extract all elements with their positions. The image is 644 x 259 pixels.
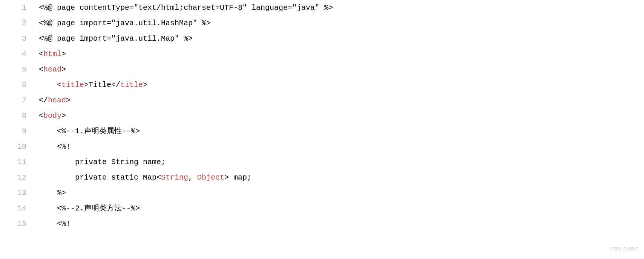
code-token: <%--1.声明类属性--%>: [39, 123, 140, 139]
line-number: 11: [0, 154, 26, 170]
code-token: >Title</: [84, 77, 120, 93]
code-token: <: [39, 62, 43, 77]
line-number: 15: [0, 216, 26, 232]
code-token: <: [39, 77, 61, 93]
code-line: </head>: [39, 93, 644, 108]
code-token: > map;: [224, 170, 251, 185]
code-token: <: [39, 108, 43, 123]
code-token: <%@ page import="java.util.HashMap" %>: [39, 15, 211, 31]
code-line: <head>: [39, 62, 644, 77]
line-number: 7: [0, 93, 26, 108]
code-token: </: [39, 93, 48, 108]
code-token: <%!: [39, 216, 71, 232]
code-line: <%--1.声明类属性--%>: [39, 123, 644, 139]
code-line: <%--2.声明类方法--%>: [39, 201, 644, 216]
code-token: >: [143, 77, 147, 93]
code-token: >: [61, 46, 66, 62]
line-number: 5: [0, 62, 26, 77]
line-number: 6: [0, 77, 26, 93]
code-token: >: [61, 62, 66, 77]
code-token: ,: [188, 170, 197, 185]
code-line: <%@ page import="java.util.Map" %>: [39, 31, 644, 46]
code-line: <%@ page import="java.util.HashMap" %>: [39, 15, 644, 31]
code-line: <html>: [39, 46, 644, 62]
code-token: <%@ page import="java.util.Map" %>: [39, 31, 193, 46]
code-area: <%@ page contentType="text/html;charset=…: [31, 0, 644, 232]
code-line: <%!: [39, 139, 644, 154]
code-token: <%--2.声明类方法--%>: [39, 201, 140, 216]
code-token: String: [161, 170, 188, 185]
code-token: <%!: [39, 139, 71, 154]
line-number: 4: [0, 46, 26, 62]
code-token: body: [43, 108, 61, 123]
line-number: 1: [0, 0, 26, 15]
code-line: <title>Title</title>: [39, 77, 644, 93]
code-line: private static Map<String, Object> map;: [39, 170, 644, 185]
code-token: >: [66, 93, 71, 108]
line-number: 9: [0, 123, 26, 139]
line-number: 14: [0, 201, 26, 216]
line-number: 12: [0, 170, 26, 185]
code-token: html: [43, 46, 61, 62]
code-token: Object: [197, 170, 224, 185]
line-number: 13: [0, 185, 26, 201]
line-number: 8: [0, 108, 26, 123]
code-token: >: [61, 108, 66, 123]
line-number: 10: [0, 139, 26, 154]
code-token: <%@ page contentType="text/html;charset=…: [39, 0, 333, 15]
code-line: <%@ page contentType="text/html;charset=…: [39, 0, 644, 15]
code-line: <body>: [39, 108, 644, 123]
code-line: %>: [39, 185, 644, 201]
line-number: 3: [0, 31, 26, 46]
code-token: title: [120, 77, 143, 93]
code-line: <%!: [39, 216, 644, 232]
code-token: head: [48, 93, 66, 108]
code-token: title: [61, 77, 84, 93]
code-token: %>: [39, 185, 66, 201]
code-token: private static Map<: [39, 170, 161, 185]
code-token: private String name;: [39, 154, 166, 170]
line-number-gutter: 123456789101112131415: [0, 0, 31, 232]
line-number: 2: [0, 15, 26, 31]
code-line: private String name;: [39, 154, 644, 170]
code-token: head: [43, 62, 61, 77]
code-block: 123456789101112131415 <%@ page contentTy…: [0, 0, 644, 232]
code-token: <: [39, 46, 43, 62]
